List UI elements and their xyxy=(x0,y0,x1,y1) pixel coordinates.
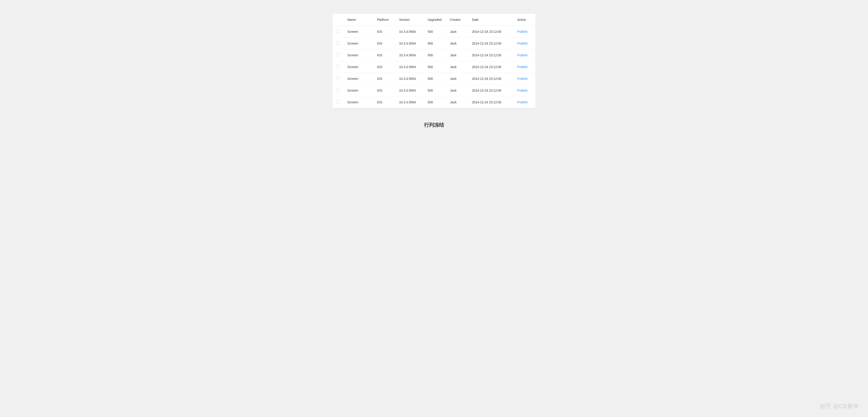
cell-upgraded: 500 xyxy=(424,61,446,73)
section-title: 行列冻结 xyxy=(424,122,444,128)
checkbox-cell xyxy=(333,49,344,61)
row-checkbox[interactable] xyxy=(336,88,340,92)
cell-platform: iOS xyxy=(373,73,396,85)
cell-version: 10.3.4.5654 xyxy=(396,73,424,85)
cell-creator: Jack xyxy=(446,85,468,96)
data-table: Name Platform Version Upgraded Creator D… xyxy=(332,13,536,108)
checkbox-cell xyxy=(333,26,344,37)
table-row: ScreemiOS10.3.4.5654500Jack2014-12-24 23… xyxy=(333,49,535,61)
cell-platform: iOS xyxy=(373,85,396,96)
publish-button[interactable]: Publish xyxy=(517,41,528,45)
cell-upgraded: 500 xyxy=(424,49,446,61)
row-checkbox[interactable] xyxy=(336,65,340,68)
cell-platform: iOS xyxy=(373,96,396,108)
cell-creator: Jack xyxy=(446,73,468,85)
table-header-row: Name Platform Version Upgraded Creator D… xyxy=(333,14,535,26)
cell-creator: Jack xyxy=(446,26,468,37)
header-checkbox-col xyxy=(333,14,344,26)
checkbox-cell xyxy=(333,37,344,49)
cell-upgraded: 500 xyxy=(424,37,446,49)
checkbox-cell xyxy=(333,96,344,108)
cell-upgraded: 500 xyxy=(424,26,446,37)
cell-action: Publish xyxy=(514,49,535,61)
cell-action: Publish xyxy=(514,73,535,85)
header-version: Version xyxy=(396,14,424,26)
cell-name: Screem xyxy=(344,96,373,108)
cell-date: 2014-12-24 23:12:00 xyxy=(468,96,514,108)
publish-button[interactable]: Publish xyxy=(517,100,528,104)
publish-button[interactable]: Publish xyxy=(517,89,528,92)
row-checkbox[interactable] xyxy=(336,77,340,80)
watermark: 知乎 @CE青年 xyxy=(819,402,859,410)
cell-creator: Jack xyxy=(446,96,468,108)
cell-name: Screem xyxy=(344,37,373,49)
cell-creator: Jack xyxy=(446,61,468,73)
header-name: Name xyxy=(344,14,373,26)
cell-version: 10.3.4.5654 xyxy=(396,37,424,49)
cell-date: 2014-12-24 23:12:00 xyxy=(468,85,514,96)
header-action: Action xyxy=(514,14,535,26)
table-row: ScreemiOS10.3.4.5654500Jack2014-12-24 23… xyxy=(333,26,535,37)
cell-creator: Jack xyxy=(446,49,468,61)
cell-upgraded: 500 xyxy=(424,85,446,96)
cell-action: Publish xyxy=(514,96,535,108)
cell-platform: iOS xyxy=(373,61,396,73)
checkbox-cell xyxy=(333,73,344,85)
header-platform: Platform xyxy=(373,14,396,26)
cell-date: 2014-12-24 23:12:00 xyxy=(468,49,514,61)
cell-date: 2014-12-24 23:12:00 xyxy=(468,61,514,73)
cell-platform: iOS xyxy=(373,37,396,49)
cell-action: Publish xyxy=(514,61,535,73)
cell-date: 2014-12-24 23:12:00 xyxy=(468,37,514,49)
cell-version: 10.3.4.5654 xyxy=(396,61,424,73)
cell-name: Screem xyxy=(344,61,373,73)
cell-version: 10.3.4.5654 xyxy=(396,85,424,96)
cell-name: Screem xyxy=(344,73,373,85)
cell-date: 2014-12-24 23:12:00 xyxy=(468,73,514,85)
cell-version: 10.3.4.5654 xyxy=(396,26,424,37)
cell-action: Publish xyxy=(514,26,535,37)
publish-button[interactable]: Publish xyxy=(517,77,528,81)
cell-name: Screem xyxy=(344,26,373,37)
table-row: ScreemiOS10.3.4.5654500Jack2014-12-24 23… xyxy=(333,96,535,108)
cell-platform: iOS xyxy=(373,49,396,61)
header-date: Date xyxy=(468,14,514,26)
table-row: ScreemiOS10.3.4.5654500Jack2014-12-24 23… xyxy=(333,85,535,96)
cell-version: 10.3.4.5654 xyxy=(396,49,424,61)
row-checkbox[interactable] xyxy=(336,53,340,57)
table-row: ScreemiOS10.3.4.5654500Jack2014-12-24 23… xyxy=(333,61,535,73)
cell-name: Screem xyxy=(344,85,373,96)
cell-creator: Jack xyxy=(446,37,468,49)
publish-button[interactable]: Publish xyxy=(517,30,528,33)
publish-button[interactable]: Publish xyxy=(517,65,528,69)
checkbox-cell xyxy=(333,85,344,96)
cell-version: 10.3.4.5654 xyxy=(396,96,424,108)
cell-upgraded: 500 xyxy=(424,73,446,85)
header-creator: Creator xyxy=(446,14,468,26)
cell-upgraded: 500 xyxy=(424,96,446,108)
cell-action: Publish xyxy=(514,85,535,96)
cell-platform: iOS xyxy=(373,26,396,37)
row-checkbox[interactable] xyxy=(336,29,340,33)
publish-button[interactable]: Publish xyxy=(517,53,528,57)
checkbox-cell xyxy=(333,61,344,73)
row-checkbox[interactable] xyxy=(336,100,340,103)
table-row: ScreemiOS10.3.4.5654500Jack2014-12-24 23… xyxy=(333,37,535,49)
cell-action: Publish xyxy=(514,37,535,49)
cell-name: Screem xyxy=(344,49,373,61)
table-row: ScreemiOS10.3.4.5654500Jack2014-12-24 23… xyxy=(333,73,535,85)
cell-date: 2014-12-24 23:12:00 xyxy=(468,26,514,37)
row-checkbox[interactable] xyxy=(336,41,340,45)
header-upgraded: Upgraded xyxy=(424,14,446,26)
